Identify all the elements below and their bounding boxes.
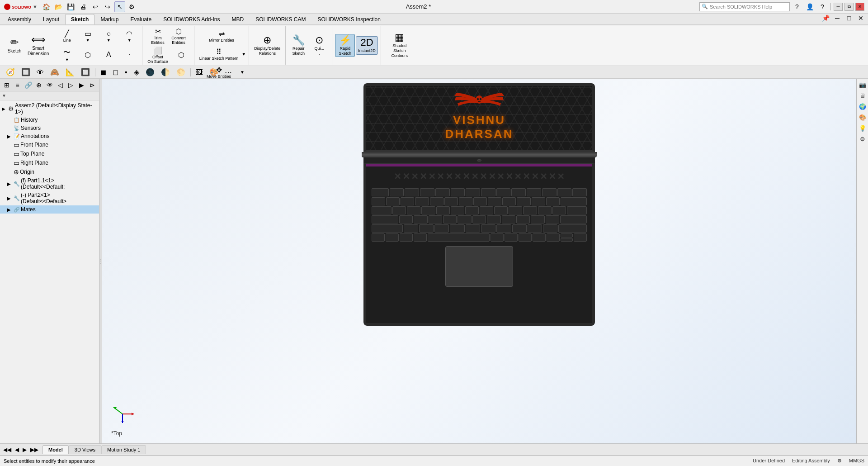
view-more[interactable]: ⋯ xyxy=(222,67,234,78)
tab-3dviews[interactable]: 3D Views xyxy=(69,445,101,454)
panel-extra-btn[interactable]: ⊳ xyxy=(87,80,97,90)
ribbon-max[interactable]: □ xyxy=(844,13,854,24)
tab-assembly[interactable]: Assembly xyxy=(2,14,37,24)
tree-item-origin[interactable]: ▶ ⊕ Origin xyxy=(0,167,99,176)
tree-item-annotations[interactable]: ▶ 📝 Annotations xyxy=(0,132,99,140)
viewport[interactable]: VISHNU DHARSAN ✕ ✕ ✕ ✕ ✕ xyxy=(102,79,856,443)
instant2d-button[interactable]: 2D Instant2D xyxy=(356,36,378,55)
repair-sketch-button[interactable]: 🔧 RepairSketch xyxy=(288,34,308,57)
rp-scene-button[interactable]: 🌍 xyxy=(858,101,868,111)
expand-button[interactable]: ? xyxy=(817,1,828,12)
view-bg[interactable]: 🎨 xyxy=(207,67,221,78)
tab-model[interactable]: Model xyxy=(42,445,69,454)
rapid-sketch-button[interactable]: ⚡ RapidSketch xyxy=(335,34,355,57)
rp-render-button[interactable]: 💡 xyxy=(858,123,868,133)
tab-cam[interactable]: SOLIDWORKS CAM xyxy=(250,14,311,24)
display-relations-button[interactable]: ⊕ Display/DeleteRelations xyxy=(252,34,283,57)
panel-fwd-btn[interactable]: ▷ xyxy=(66,80,76,90)
quick-snaps-button[interactable]: ⊙ Qui.... xyxy=(309,34,329,57)
rp-display-button[interactable]: 🖥 xyxy=(858,90,868,100)
panel-list-btn[interactable]: ≡ xyxy=(13,80,23,90)
tab-markup[interactable]: Markup xyxy=(94,14,124,24)
view-realview[interactable]: 🌕 xyxy=(174,67,188,78)
spline-button[interactable]: 〜 ▼ xyxy=(57,46,77,63)
linear-pattern-button[interactable]: ⠿ Linear Sketch Pattern xyxy=(197,45,241,62)
view-sketch-display[interactable]: 📐 xyxy=(63,67,77,78)
part2-arrow[interactable]: ▶ xyxy=(7,196,13,201)
text-button[interactable]: A xyxy=(99,46,118,63)
assem2-arrow[interactable]: ▶ xyxy=(2,106,7,111)
new-button[interactable]: 🏠 xyxy=(41,1,52,12)
point-button[interactable]: · xyxy=(119,46,139,63)
convert-entities-button[interactable]: ⬡ ConvertEntities xyxy=(169,28,189,45)
offset-small-button[interactable]: ⬡ xyxy=(171,46,191,63)
rp-sim-button[interactable]: ⚙ xyxy=(858,134,868,144)
tree-item-part2[interactable]: ▶ 🔧 (-) Part2<1> (Default<<Default> xyxy=(0,191,99,205)
move-dropdown[interactable]: ▼ xyxy=(240,70,245,75)
tab-motion-study[interactable]: Motion Study 1 xyxy=(101,445,146,454)
tree-item-front-plane[interactable]: ▶ ▭ Front Plane xyxy=(0,140,99,149)
sketch-button[interactable]: ✏ Sketch xyxy=(5,36,24,55)
minimize-button[interactable]: ─ xyxy=(834,3,843,11)
polygon-button[interactable]: ⬡ xyxy=(78,46,98,63)
ribbon-close[interactable]: ✕ xyxy=(855,13,866,24)
tree-item-assem2[interactable]: ▶ ⚙ Assem2 (Default<Display State-1>) xyxy=(0,101,99,116)
search-input[interactable] xyxy=(710,4,778,10)
view-wire-button[interactable]: ◻ xyxy=(110,67,121,78)
annotations-arrow[interactable]: ▶ xyxy=(7,134,13,139)
view-orientation-button[interactable]: 🧭 xyxy=(4,67,17,78)
view-hide-button[interactable]: 🙈 xyxy=(48,67,61,78)
rectangle-button[interactable]: ▭ ▼ xyxy=(78,28,98,45)
user-button[interactable]: 👤 xyxy=(804,1,815,12)
mates-arrow[interactable]: ▶ xyxy=(7,207,13,212)
redo-button[interactable]: ↪ xyxy=(102,1,113,12)
view-display-button[interactable]: 👁 xyxy=(34,67,46,78)
panel-link-btn[interactable]: 🔗 xyxy=(23,80,33,90)
tab-sketch[interactable]: Sketch xyxy=(65,14,94,24)
status-gear-icon[interactable]: ⚙ xyxy=(837,458,842,464)
tab-addins[interactable]: SOLIDWORKS Add-Ins xyxy=(157,14,226,24)
tree-item-top-plane[interactable]: ▶ ▭ Top Plane xyxy=(0,149,99,158)
quick-access-arrow[interactable]: ▼ xyxy=(33,4,38,10)
tab-mbd[interactable]: MBD xyxy=(226,14,250,24)
restore-button[interactable]: ⧉ xyxy=(844,3,854,11)
line-button[interactable]: ╱ Line xyxy=(57,28,77,45)
ribbon-min[interactable]: ─ xyxy=(832,13,843,24)
ribbon-pin[interactable]: 📌 xyxy=(820,13,831,24)
open-button[interactable]: 📂 xyxy=(53,1,64,12)
panel-back-btn[interactable]: ◁ xyxy=(55,80,65,90)
tree-item-right-plane[interactable]: ▶ ▭ Right Plane xyxy=(0,158,99,167)
search-box[interactable]: 🔍 xyxy=(699,2,790,11)
print-button[interactable]: 🖨 xyxy=(78,1,89,12)
tab-layout[interactable]: Layout xyxy=(37,14,65,24)
rp-view-button[interactable]: 📷 xyxy=(858,80,868,90)
panel-target-btn[interactable]: ⊕ xyxy=(34,80,44,90)
view-perspective[interactable]: ◈ xyxy=(132,67,142,78)
nav-last[interactable]: ▶▶ xyxy=(29,446,40,454)
mirror-entities-button[interactable]: ⇌ Mirror Entities xyxy=(201,27,242,44)
pattern-dropdown[interactable]: ▼ xyxy=(241,52,246,57)
tree-item-history[interactable]: ▶ 📋 History xyxy=(0,116,99,124)
shaded-contours-button[interactable]: ▦ Shaded SketchContours xyxy=(384,31,415,59)
panel-eye-btn[interactable]: 👁 xyxy=(45,80,55,90)
trim-entities-button[interactable]: ✂ TrimEntities xyxy=(148,28,168,45)
tab-inspection[interactable]: SOLIDWORKS Inspection xyxy=(312,14,387,24)
tree-item-sensors[interactable]: ▶ 📡 Sensors xyxy=(0,124,99,132)
view-ambient-occ[interactable]: 🌓 xyxy=(159,67,172,78)
view-snap[interactable]: 🔲 xyxy=(79,67,92,78)
tree-item-mates[interactable]: ▶ 🔗 Mates xyxy=(0,205,99,214)
close-button[interactable]: ✕ xyxy=(855,3,864,11)
smart-dimension-button[interactable]: ⟺ SmartDimension xyxy=(25,33,51,58)
undo-button[interactable]: ↩ xyxy=(90,1,101,12)
nav-first[interactable]: ◀◀ xyxy=(2,446,13,454)
help-button[interactable]: ? xyxy=(792,1,802,12)
view-section-button[interactable]: 🔲 xyxy=(19,67,33,78)
nav-next[interactable]: ▶ xyxy=(21,446,28,454)
arc-button[interactable]: ◠ ▼ xyxy=(119,28,139,45)
save-button[interactable]: 💾 xyxy=(66,1,76,12)
panel-more-btn[interactable]: ▶ xyxy=(77,80,87,90)
view-scene[interactable]: 🖼 xyxy=(193,67,205,78)
panel-grid-btn[interactable]: ⊞ xyxy=(2,80,12,90)
options-button[interactable]: ⚙ xyxy=(127,1,137,12)
nav-prev[interactable]: ◀ xyxy=(14,446,20,454)
